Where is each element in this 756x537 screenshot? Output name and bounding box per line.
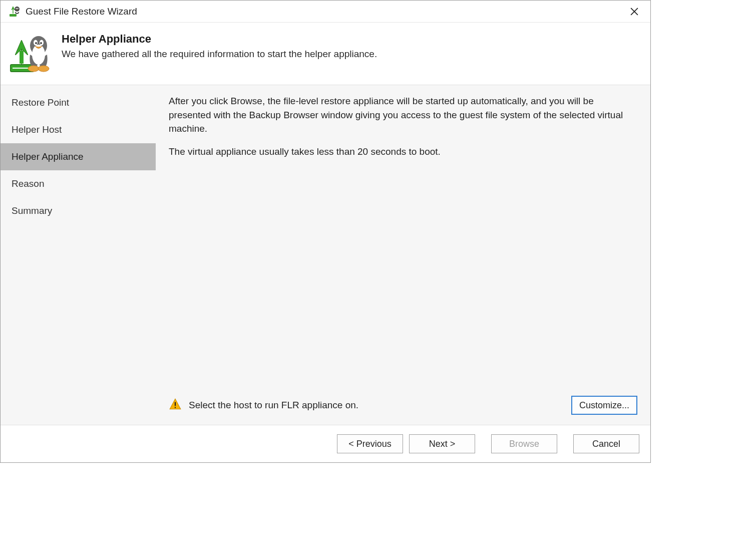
sidebar-item-summary[interactable]: Summary (1, 197, 156, 224)
svg-rect-17 (175, 402, 176, 406)
next-button[interactable]: Next > (409, 434, 475, 453)
warning-row: Select the host to run FLR appliance on.… (169, 393, 637, 418)
previous-button[interactable]: < Previous (337, 434, 403, 453)
sidebar-item-helper-appliance[interactable]: Helper Appliance (1, 143, 156, 170)
svg-rect-8 (20, 51, 24, 64)
header-text: Helper Appliance We have gathered all th… (62, 30, 377, 60)
warning-message: Select the host to run FLR appliance on. (189, 400, 564, 411)
wizard-window: Guest File Restore Wizard (0, 0, 651, 463)
wizard-body: Restore Point Helper Host Helper Applian… (1, 85, 650, 425)
window-title: Guest File Restore Wizard (26, 6, 624, 17)
wizard-sidebar: Restore Point Helper Host Helper Applian… (1, 85, 156, 425)
svg-point-13 (35, 42, 37, 44)
wizard-footer: < Previous Next > Browse Cancel (1, 425, 650, 462)
wizard-step-icon (8, 30, 53, 75)
header-band: Helper Appliance We have gathered all th… (1, 23, 650, 85)
header-subtext: We have gathered all the required inform… (62, 49, 377, 60)
cancel-button[interactable]: Cancel (573, 434, 639, 453)
close-button[interactable] (624, 4, 644, 19)
main-paragraph-2: The virtual appliance usually takes less… (169, 145, 637, 159)
close-icon (630, 8, 638, 16)
browse-button[interactable]: Browse (491, 434, 557, 453)
svg-point-14 (40, 42, 42, 44)
main-paragraph-1: After you click Browse, the file-level r… (169, 94, 637, 136)
wizard-main: After you click Browse, the file-level r… (156, 85, 650, 425)
main-text-block: After you click Browse, the file-level r… (169, 94, 637, 393)
titlebar: Guest File Restore Wizard (1, 1, 650, 23)
warning-icon (169, 398, 182, 413)
svg-point-3 (18, 8, 19, 9)
sidebar-item-restore-point[interactable]: Restore Point (1, 89, 156, 116)
svg-point-15 (28, 66, 39, 72)
svg-rect-0 (10, 14, 17, 17)
svg-point-2 (16, 8, 17, 9)
sidebar-item-helper-host[interactable]: Helper Host (1, 116, 156, 143)
svg-rect-18 (175, 407, 176, 408)
app-icon (9, 6, 21, 18)
svg-point-16 (38, 66, 49, 72)
svg-point-1 (15, 7, 20, 12)
customize-button[interactable]: Customize... (571, 396, 637, 415)
header-heading: Helper Appliance (62, 33, 377, 46)
sidebar-item-reason[interactable]: Reason (1, 170, 156, 197)
